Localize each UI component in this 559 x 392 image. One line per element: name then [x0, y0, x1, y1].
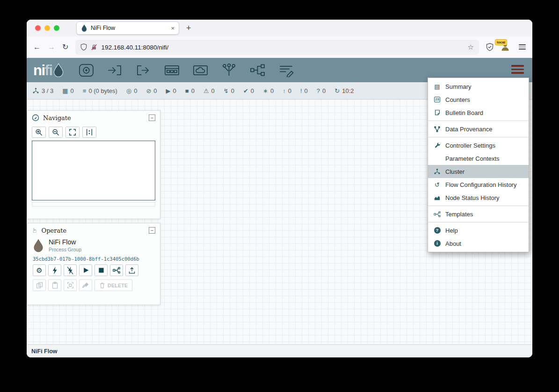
menu-item-node-status-history[interactable]: Node Status History [428, 191, 529, 204]
window-close-button[interactable] [35, 25, 41, 31]
back-button[interactable]: ← [33, 43, 41, 51]
breadcrumb[interactable]: NiFi Flow [31, 348, 58, 355]
warning-icon: ! [300, 88, 302, 94]
status-queued: ≡0 (0 bytes) [83, 87, 117, 94]
status-locally-modified: ∗0 [263, 87, 274, 94]
url-text: 192.168.40.11:8080/nifi/ [101, 43, 168, 51]
status-transmitting: ◎0 [126, 87, 138, 94]
copy-button[interactable] [33, 279, 46, 291]
new-tab-button[interactable]: + [186, 23, 191, 33]
help-icon: ? [433, 227, 441, 234]
menu-item-parameter-contexts[interactable]: Parameter Contexts [428, 152, 529, 165]
firefox-menu-button[interactable] [519, 44, 526, 50]
label-icon[interactable] [278, 64, 294, 77]
shield-badge-icon[interactable] [486, 43, 494, 51]
disabled-icon: ↯ [224, 88, 229, 94]
menu-item-flow-configuration-history[interactable]: ↺ Flow Configuration History [428, 178, 529, 191]
insecure-lock-icon[interactable] [91, 44, 97, 50]
menu-item-templates[interactable]: Templates [428, 207, 529, 221]
zoom-out-button[interactable] [49, 127, 63, 138]
navigate-collapse-button[interactable]: − [149, 114, 155, 121]
menu-divider [428, 222, 529, 222]
menu-item-summary[interactable]: ▤ Summary [428, 80, 529, 93]
process-group-icon[interactable] [164, 64, 180, 77]
browser-window: NiFi Flow × + ← → ↻ 192.168.40.11:8080/n… [27, 20, 532, 357]
fill-color-button[interactable] [79, 279, 92, 291]
operate-component-type: Process Group [49, 247, 81, 252]
tracking-shield-icon[interactable] [80, 43, 87, 50]
zoom-in-button[interactable] [32, 127, 46, 138]
nifi-favicon-icon [81, 24, 87, 32]
nifi-logo-drop-icon [52, 63, 65, 77]
upload-template-button[interactable] [125, 264, 138, 276]
nifi-global-menu: ▤ Summary 23 Counters Bulletin Board Dat… [428, 78, 529, 252]
counters-icon: 23 [433, 97, 441, 102]
templates-icon [433, 211, 441, 217]
url-bar[interactable]: 192.168.40.11:8080/nifi/ ☆ [75, 40, 479, 55]
window-minimize-button[interactable] [44, 25, 50, 31]
data-provenance-icon [433, 126, 441, 133]
zoom-fit-button[interactable] [65, 127, 80, 138]
reload-button[interactable]: ↻ [62, 43, 68, 51]
url-host: 192.168.40.11 [101, 44, 141, 51]
invalid-icon: ⚠ [203, 88, 209, 94]
window-zoom-button[interactable] [54, 25, 59, 31]
forward-button[interactable]: → [48, 43, 55, 51]
bookmark-star-icon[interactable]: ☆ [468, 43, 474, 51]
menu-item-bulletin-board[interactable]: Bulletin Board [428, 106, 529, 119]
status-unknown: ?0 [317, 87, 326, 94]
profile-container-badge: local [495, 39, 507, 45]
delete-button[interactable]: DELETE [94, 279, 132, 291]
threads-icon: ▦ [62, 88, 68, 94]
bulletin-board-icon [433, 109, 441, 116]
navigate-panel-header: Navigate − [27, 111, 160, 125]
enable-button[interactable] [48, 264, 61, 276]
operate-panel: ☞ Operate − NiFi Flow Process Group 35cb… [27, 223, 160, 305]
menu-item-about[interactable]: i About [428, 237, 529, 250]
paste-button[interactable] [48, 279, 61, 291]
operate-buttons-row2: DELETE [27, 279, 160, 291]
zoom-actual-size-button[interactable] [82, 127, 96, 138]
menu-divider [428, 137, 529, 137]
create-template-button[interactable] [110, 264, 123, 276]
wrench-icon [433, 142, 441, 149]
menu-divider [428, 206, 529, 206]
tab-bar: NiFi Flow × + [27, 20, 532, 36]
template-icon[interactable] [250, 64, 265, 77]
birdseye-scroll-strip[interactable] [32, 202, 155, 207]
about-icon: i [433, 240, 441, 247]
nifi-global-menu-button[interactable] [511, 65, 524, 74]
group-button[interactable] [64, 279, 77, 291]
browser-tab[interactable]: NiFi Flow × [76, 21, 179, 35]
status-refresh[interactable]: ↻10:2 [334, 87, 354, 94]
remote-process-group-icon[interactable] [193, 64, 208, 77]
output-port-icon[interactable] [136, 64, 151, 77]
status-stopped: ■0 [185, 87, 195, 94]
configuration-button[interactable]: ⚙ [33, 264, 46, 276]
funnel-icon[interactable] [221, 64, 237, 77]
stop-button[interactable] [94, 264, 108, 276]
running-icon: ▶ [166, 88, 171, 94]
menu-item-data-provenance[interactable]: Data Provenance [428, 122, 529, 135]
menu-item-counters[interactable]: 23 Counters [428, 93, 529, 106]
birdseye-view[interactable] [32, 141, 155, 200]
last-refresh-time: 10:2 [342, 87, 354, 94]
not-transmitting-icon: ⊘ [146, 88, 151, 94]
processor-icon[interactable] [79, 64, 94, 77]
menu-item-controller-settings[interactable]: Controller Settings [428, 139, 529, 152]
operate-buttons-row1: ⚙ [27, 264, 160, 276]
status-running: ▶0 [166, 87, 176, 94]
disable-button[interactable] [64, 264, 77, 276]
chart-icon [433, 194, 441, 201]
tab-title: NiFi Flow [91, 25, 167, 31]
tab-close-icon[interactable]: × [171, 25, 174, 32]
menu-item-help[interactable]: ? Help [428, 224, 529, 237]
status-stale: ↑0 [283, 87, 291, 94]
profile-button[interactable]: local [501, 42, 512, 52]
up-to-date-icon: ✔ [243, 88, 248, 94]
queued-icon: ≡ [83, 88, 87, 94]
input-port-icon[interactable] [107, 64, 123, 77]
menu-item-cluster[interactable]: Cluster [428, 165, 529, 178]
start-button[interactable] [79, 264, 92, 276]
operate-collapse-button[interactable]: − [149, 227, 155, 234]
